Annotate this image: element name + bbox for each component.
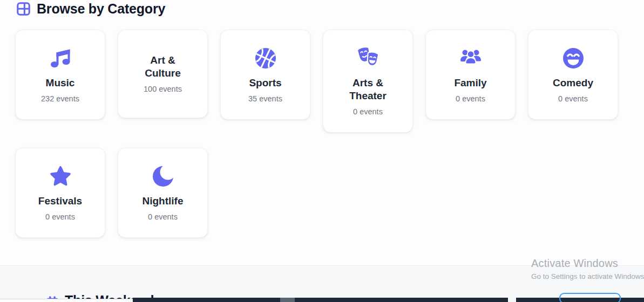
category-card-nightlife[interactable]: Nightlife 0 events xyxy=(118,148,208,238)
grid-icon xyxy=(16,2,31,16)
category-title: Music xyxy=(46,77,75,90)
taskbar-thumb xyxy=(280,298,295,302)
category-title: Nightlife xyxy=(143,195,184,208)
category-event-count: 232 events xyxy=(41,94,79,103)
category-card-sports[interactable]: Sports 35 events xyxy=(220,30,310,120)
star-icon xyxy=(49,164,72,188)
laughing-face-icon xyxy=(561,46,585,70)
category-card-festivals[interactable]: Festivals 0 events xyxy=(15,148,105,238)
blue-focus-outline xyxy=(559,293,621,302)
category-event-count: 0 events xyxy=(558,94,588,103)
category-event-count: 0 events xyxy=(456,94,485,103)
category-event-count: 0 events xyxy=(353,107,383,116)
music-note-icon xyxy=(49,46,72,70)
category-card-art-culture[interactable]: Art & Culture 100 events xyxy=(118,30,208,118)
category-title: Festivals xyxy=(38,195,82,208)
category-title: Arts & Theater xyxy=(337,77,399,102)
category-title: Comedy xyxy=(553,77,593,90)
category-title: Sports xyxy=(249,77,281,90)
category-grid: Music 232 events Art & Culture 100 event… xyxy=(15,30,644,238)
category-card-music[interactable]: Music 232 events xyxy=(15,30,105,120)
taskbar-gap xyxy=(508,298,516,302)
theater-masks-icon xyxy=(356,46,380,70)
bottom-divider-strip xyxy=(0,299,133,302)
category-card-arts-theater[interactable]: Arts & Theater 0 events xyxy=(323,30,413,133)
browse-by-category-section: Browse by Category Music 232 events Art … xyxy=(0,0,644,238)
category-event-count: 0 events xyxy=(148,212,178,221)
basketball-icon xyxy=(254,46,277,70)
browse-section-header: Browse by Category xyxy=(16,1,644,17)
category-title: Art & Culture xyxy=(132,54,194,80)
category-event-count: 0 events xyxy=(45,212,75,221)
family-users-icon xyxy=(459,46,483,70)
browse-section-title: Browse by Category xyxy=(37,1,165,17)
crescent-moon-icon xyxy=(151,164,175,188)
category-card-family[interactable]: Family 0 events xyxy=(425,30,516,120)
category-event-count: 35 events xyxy=(248,94,282,103)
category-title: Family xyxy=(454,77,486,90)
category-event-count: 100 events xyxy=(144,85,182,93)
category-card-comedy[interactable]: Comedy 0 events xyxy=(528,30,618,120)
